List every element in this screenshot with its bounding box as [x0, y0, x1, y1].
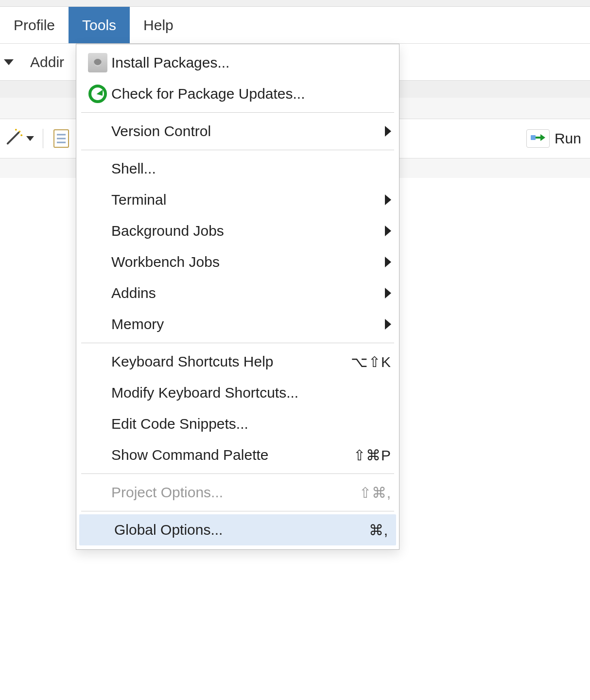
- menu-command-palette-label: Show Command Palette: [111, 447, 347, 463]
- menu-workbench-jobs-label: Workbench Jobs: [111, 254, 380, 270]
- svg-line-0: [8, 132, 19, 143]
- chevron-right-icon: [385, 288, 391, 298]
- menu-addins[interactable]: Addins: [76, 278, 399, 309]
- menu-shell-label: Shell...: [111, 160, 391, 177]
- menu-help[interactable]: Help: [130, 7, 187, 43]
- menu-separator: [81, 511, 394, 511]
- menu-profile-label: Profile: [14, 17, 55, 34]
- run-button-group: Run: [526, 129, 581, 148]
- menu-addins-label: Addins: [111, 285, 380, 301]
- menu-keyboard-shortcuts-help[interactable]: Keyboard Shortcuts Help ⌥⇧K: [76, 346, 399, 377]
- menu-install-packages[interactable]: Install Packages...: [76, 47, 399, 78]
- svg-point-2: [15, 128, 17, 130]
- svg-marker-10: [540, 134, 545, 141]
- menu-terminal[interactable]: Terminal: [76, 184, 399, 215]
- menu-edit-snippets[interactable]: Edit Code Snippets...: [76, 408, 399, 439]
- menu-check-updates[interactable]: Check for Package Updates...: [76, 78, 399, 109]
- menu-separator: [81, 473, 394, 474]
- menu-version-control[interactable]: Version Control: [76, 116, 399, 147]
- run-arrow-icon: [531, 131, 545, 146]
- chevron-right-icon: [385, 194, 391, 205]
- svg-point-1: [19, 130, 21, 132]
- menu-modify-shortcuts[interactable]: Modify Keyboard Shortcuts...: [76, 377, 399, 408]
- menu-separator: [81, 150, 394, 150]
- menu-separator: [81, 112, 394, 113]
- menu-version-control-label: Version Control: [111, 123, 380, 140]
- menu-keyboard-shortcuts-help-shortcut: ⌥⇧K: [351, 353, 391, 370]
- svg-point-3: [20, 134, 22, 136]
- svg-rect-8: [531, 135, 536, 140]
- tools-dropdown: Install Packages... Check for Package Up…: [76, 44, 399, 550]
- menu-memory[interactable]: Memory: [76, 309, 399, 340]
- wand-dropdown-caret-icon[interactable]: [26, 136, 34, 141]
- menu-terminal-label: Terminal: [111, 192, 380, 208]
- dropdown-caret-icon[interactable]: [4, 59, 14, 65]
- menu-help-label: Help: [143, 17, 174, 34]
- menu-global-options-label: Global Options...: [114, 522, 363, 538]
- menu-workbench-jobs[interactable]: Workbench Jobs: [76, 246, 399, 278]
- menu-separator: [81, 343, 394, 343]
- menu-command-palette[interactable]: Show Command Palette ⇧⌘P: [76, 439, 399, 471]
- menu-global-options-shortcut: ⌘,: [369, 522, 388, 539]
- chevron-right-icon: [385, 257, 391, 267]
- menu-install-packages-label: Install Packages...: [111, 54, 391, 71]
- main-menubar: Profile Tools Help: [0, 7, 590, 44]
- menu-keyboard-shortcuts-help-label: Keyboard Shortcuts Help: [111, 353, 345, 370]
- menu-check-updates-label: Check for Package Updates...: [111, 86, 391, 102]
- menu-modify-shortcuts-label: Modify Keyboard Shortcuts...: [111, 385, 391, 401]
- menu-tools[interactable]: Tools: [69, 7, 130, 43]
- window-top-strip: [0, 0, 590, 7]
- menu-tools-label: Tools: [82, 17, 116, 34]
- chevron-right-icon: [385, 319, 391, 330]
- menu-memory-label: Memory: [111, 316, 380, 332]
- menu-background-jobs-label: Background Jobs: [111, 223, 380, 239]
- run-button[interactable]: [526, 129, 550, 148]
- menu-command-palette-shortcut: ⇧⌘P: [353, 447, 391, 464]
- package-install-icon: [84, 53, 111, 72]
- toolbar-separator: [43, 129, 43, 148]
- addins-toolbar-label[interactable]: Addir: [30, 54, 64, 70]
- wand-icon[interactable]: [5, 128, 23, 150]
- menu-project-options: Project Options... ⇧⌘,: [76, 477, 399, 508]
- menu-edit-snippets-label: Edit Code Snippets...: [111, 416, 391, 432]
- menu-shell[interactable]: Shell...: [76, 153, 399, 184]
- package-update-icon: [84, 85, 111, 103]
- chevron-right-icon: [385, 226, 391, 236]
- menu-background-jobs[interactable]: Background Jobs: [76, 215, 399, 246]
- menu-project-options-shortcut: ⇧⌘,: [359, 484, 391, 501]
- menu-global-options[interactable]: Global Options... ⌘,: [79, 514, 396, 545]
- menu-project-options-label: Project Options...: [111, 484, 353, 501]
- menu-profile[interactable]: Profile: [0, 7, 69, 43]
- run-button-label[interactable]: Run: [555, 130, 581, 147]
- chevron-right-icon: [385, 126, 391, 137]
- outline-icon[interactable]: [52, 129, 70, 148]
